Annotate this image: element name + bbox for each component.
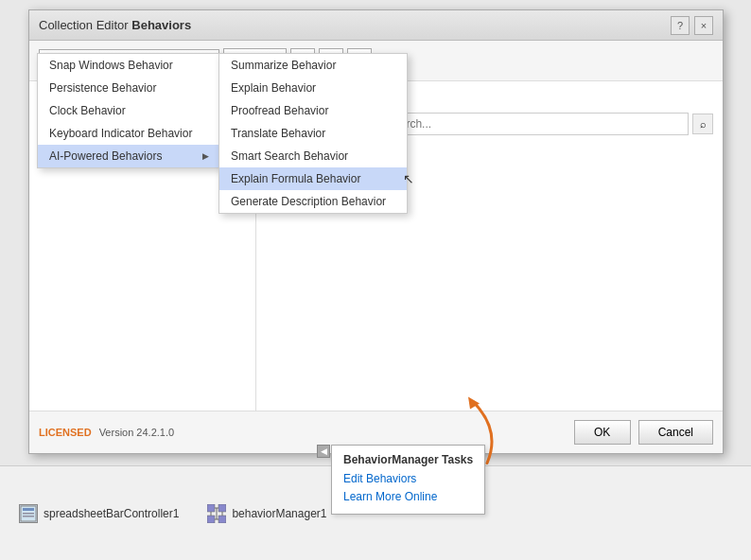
svg-rect-5	[207, 504, 215, 512]
svg-rect-7	[207, 516, 215, 523]
behavior-manager-icon	[207, 504, 226, 523]
task-panel-title: BehaviorManager Tasks	[343, 453, 473, 466]
submenu-generate-description[interactable]: Generate Description Behavior	[219, 190, 407, 213]
task-panel-expand-area: ◀	[317, 445, 330, 458]
cancel-button[interactable]: Cancel	[638, 420, 713, 445]
spreadsheet-bar-controller-icon	[19, 504, 38, 523]
dialog-title-bold: Behaviors	[131, 18, 191, 32]
behavior-manager-component: behaviorManager1	[207, 504, 326, 523]
dialog-title-normal: Collection Editor	[39, 18, 129, 32]
help-button[interactable]: ?	[671, 16, 690, 35]
version-text: Version 24.2.1.0	[99, 427, 175, 438]
submenu-explain[interactable]: Explain Behavior	[219, 77, 407, 99]
footer-buttons: OK Cancel	[574, 420, 713, 445]
ok-button[interactable]: OK	[574, 420, 631, 445]
svg-rect-2	[23, 508, 34, 511]
dropdown-item-clock-label: Clock Behavior	[49, 104, 126, 117]
dialog-titlebar: Collection Editor Behaviors ? ×	[29, 10, 723, 41]
dropdown-item-persistence-label: Persistence Behavior	[49, 81, 156, 95]
learn-more-link[interactable]: Learn More Online	[343, 488, 473, 506]
close-button[interactable]: ×	[694, 16, 713, 35]
dropdown-item-ai-label: AI-Powered Behaviors	[49, 149, 162, 163]
svg-rect-4	[23, 516, 34, 517]
dropdown-item-snap-windows-label: Snap Windows Behavior	[49, 59, 173, 72]
edit-behaviors-link[interactable]: Edit Behaviors	[343, 470, 473, 488]
dropdown-menu: Snap Windows Behavior Persistence Behavi…	[37, 53, 221, 168]
spreadsheet-bar-controller-component: spreadsheetBarController1	[19, 504, 179, 523]
submenu-proofread[interactable]: Proofread Behavior	[219, 99, 407, 122]
dropdown-item-ai-powered[interactable]: AI-Powered Behaviors	[38, 145, 220, 167]
dropdown-item-clock[interactable]: Clock Behavior	[38, 99, 220, 122]
svg-rect-3	[23, 513, 34, 515]
submenu-smart-search[interactable]: Smart Search Behavior	[219, 145, 407, 167]
submenu-summarize[interactable]: Summarize Behavior	[219, 54, 407, 77]
collection-editor-dialog: Collection Editor Behaviors ? × Add Snap…	[28, 9, 724, 454]
footer-left: LICENSED Version 24.2.1.0	[39, 427, 174, 438]
svg-rect-6	[218, 504, 226, 512]
submenu-explain-formula-label: Explain Formula Behavior	[231, 172, 360, 185]
dropdown-item-keyboard[interactable]: Keyboard Indicator Behavior	[38, 122, 220, 145]
dropdown-item-snap-windows[interactable]: Snap Windows Behavior	[38, 54, 220, 77]
submenu-translate[interactable]: Translate Behavior	[219, 122, 407, 145]
submenu: Summarize Behavior Explain Behavior Proo…	[218, 53, 408, 214]
dropdown-item-persistence[interactable]: Persistence Behavior	[38, 77, 220, 99]
task-panel-expand-button[interactable]: ◀	[317, 445, 330, 458]
dialog-title: Collection Editor Behaviors	[39, 18, 191, 32]
magnifier-icon: ⌕	[700, 118, 707, 130]
svg-rect-8	[218, 516, 226, 523]
spreadsheet-bar-controller-label: spreadsheetBarController1	[44, 507, 179, 520]
dropdown-item-keyboard-label: Keyboard Indicator Behavior	[49, 127, 192, 140]
behavior-manager-label: behaviorManager1	[232, 507, 326, 520]
cursor-icon: ↖	[403, 171, 414, 186]
submenu-explain-formula[interactable]: Explain Formula Behavior ↖	[219, 167, 407, 190]
task-panel: BehaviorManager Tasks Edit Behaviors Lea…	[331, 445, 485, 515]
properties-search-button[interactable]: ⌕	[692, 114, 713, 134]
dialog-title-controls: ? ×	[671, 16, 713, 35]
licensed-badge: LICENSED	[39, 427, 92, 438]
